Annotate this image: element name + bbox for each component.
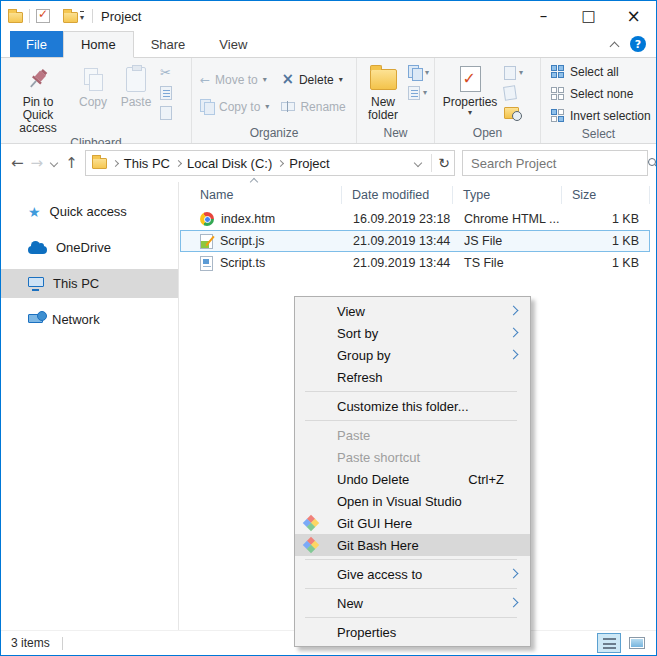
file-type: TS File [454, 256, 563, 270]
menu-label: New [337, 596, 363, 611]
file-name: Script.ts [220, 256, 265, 270]
breadcrumb-chevron-icon[interactable] [277, 159, 284, 166]
sidebar-item-quick-access[interactable]: ★ Quick access [1, 197, 178, 226]
column-header-size[interactable]: Size [562, 186, 650, 204]
collapse-ribbon-icon[interactable] [610, 41, 620, 51]
menu-item-open-in-visual-studio[interactable]: Open in Visual Studio [295, 490, 530, 512]
easy-access-button[interactable]: ▾ [408, 84, 429, 101]
file-row-script-js[interactable]: Script.js 21.09.2019 13:44 JS File 1 KB [180, 230, 650, 252]
submenu-arrow-icon [509, 569, 519, 579]
forward-icon: → [31, 155, 44, 171]
git-icon [304, 538, 318, 552]
new-group-label: New [357, 125, 434, 143]
invert-selection-button[interactable]: Invert selection [551, 105, 651, 126]
new-folder-button[interactable]: New folder [360, 61, 406, 122]
new-item-button[interactable]: ▾ [408, 64, 429, 81]
menu-item-git-gui-here[interactable]: Git GUI Here [295, 512, 530, 534]
breadcrumb-this-pc[interactable]: This PC [124, 156, 170, 171]
tab-view[interactable]: View [202, 31, 264, 57]
submenu-arrow-icon [509, 306, 519, 316]
menu-item-new[interactable]: New [295, 592, 530, 614]
file-row-script-ts[interactable]: Script.ts 21.09.2019 13:44 TS File 1 KB [180, 252, 650, 274]
pin-to-quick-access-button[interactable]: Pin to Quick access [4, 61, 72, 135]
search-input[interactable] [471, 156, 647, 171]
history-icon [504, 107, 519, 119]
sidebar-item-this-pc[interactable]: This PC [1, 269, 178, 298]
column-label: Type [463, 188, 490, 202]
submenu-arrow-icon [509, 598, 519, 608]
view-toggle-buttons [597, 633, 649, 653]
select-none-button[interactable]: Select none [551, 83, 633, 104]
column-label: Size [572, 188, 596, 202]
column-header-type[interactable]: Type [453, 186, 562, 204]
breadcrumb-project[interactable]: Project [289, 156, 329, 171]
edit-icon [503, 85, 517, 101]
breadcrumb[interactable]: This PC Local Disk (C:) Project ↻ [85, 150, 455, 176]
back-icon[interactable]: ← [11, 155, 24, 171]
maximize-button[interactable]: □ [566, 1, 611, 31]
qat-customize-caret-icon[interactable]: ▾ [80, 11, 84, 22]
menu-item-view[interactable]: View [295, 300, 530, 322]
menu-label: Customize this folder... [337, 399, 469, 414]
sidebar-item-onedrive[interactable]: OneDrive [1, 233, 178, 262]
menu-label: Group by [337, 348, 390, 363]
menu-label: Properties [337, 625, 396, 640]
copy-to-button: Copy to ▾ [195, 96, 274, 117]
search-box[interactable] [462, 150, 648, 176]
sidebar-item-label: Network [52, 312, 100, 327]
this-pc-monitor-icon [28, 277, 44, 287]
ribbon-group-clipboard: Pin to Quick access Copy Paste ✂ [1, 58, 192, 143]
address-dropdown-icon[interactable] [414, 159, 422, 167]
menu-label: Open in Visual Studio [337, 494, 462, 509]
delete-button[interactable]: × Delete ▾ [276, 69, 350, 90]
menu-item-customize-folder[interactable]: Customize this folder... [295, 395, 530, 417]
menu-item-group-by[interactable]: Group by [295, 344, 530, 366]
file-size: 1 KB [563, 212, 647, 226]
breadcrumb-chevron-icon[interactable] [112, 159, 119, 166]
file-row-index-htm[interactable]: index.htm 16.09.2019 23:18 Chrome HTML .… [180, 208, 650, 230]
thumbnails-view-button[interactable] [625, 633, 649, 653]
file-date: 21.09.2019 13:44 [343, 256, 454, 270]
ribbon-group-organize: ← Move to ▾ Copy to ▾ × Del [192, 58, 357, 143]
recent-locations-icon[interactable] [50, 159, 58, 167]
select-all-button[interactable]: Select all [551, 61, 619, 82]
close-button[interactable]: × [611, 1, 656, 31]
copy-path-button[interactable] [160, 84, 172, 101]
titlebar-divider [29, 9, 30, 23]
file-name: index.htm [221, 212, 275, 226]
menu-item-git-bash-here[interactable]: Git Bash Here [295, 534, 530, 556]
breadcrumb-chevron-icon[interactable] [175, 159, 182, 166]
qat-new-folder-icon[interactable] [63, 12, 78, 23]
ribbon-corner-controls: ? [611, 31, 656, 57]
tab-share[interactable]: Share [134, 31, 203, 57]
menu-item-give-access-to[interactable]: Give access to [295, 563, 530, 585]
tab-home[interactable]: Home [63, 31, 134, 58]
menu-separator [305, 588, 517, 589]
sidebar-item-label: This PC [53, 276, 99, 291]
menu-item-undo-delete[interactable]: Undo Delete Ctrl+Z [295, 468, 530, 490]
window-title: Project [101, 9, 141, 24]
thumbnails-view-icon [629, 637, 645, 649]
breadcrumb-local-disk[interactable]: Local Disk (C:) [187, 156, 272, 171]
menu-label: Paste shortcut [337, 450, 420, 465]
rename-button: Rename [276, 96, 350, 117]
tab-file[interactable]: File [10, 31, 63, 57]
refresh-icon[interactable]: ↻ [438, 155, 450, 171]
search-icon[interactable] [647, 157, 657, 169]
menu-item-refresh[interactable]: Refresh [295, 366, 530, 388]
minimize-button[interactable]: – [521, 1, 566, 31]
help-icon[interactable]: ? [630, 36, 646, 52]
details-view-button[interactable] [597, 633, 621, 653]
up-icon[interactable]: ↑ [65, 155, 78, 171]
sidebar-item-network[interactable]: Network [1, 305, 178, 334]
menu-item-properties[interactable]: Properties [295, 621, 530, 643]
menu-item-sort-by[interactable]: Sort by [295, 322, 530, 344]
column-header-name[interactable]: Name [179, 186, 342, 204]
ts-file-icon [200, 256, 213, 271]
history-button[interactable] [504, 104, 523, 121]
column-header-date-modified[interactable]: Date modified [342, 186, 453, 204]
properties-button[interactable]: Properties ▾ [438, 61, 502, 117]
qat-properties-icon[interactable] [36, 9, 50, 23]
menu-separator [305, 420, 517, 421]
titlebar: ▾ Project – □ × [1, 1, 656, 31]
